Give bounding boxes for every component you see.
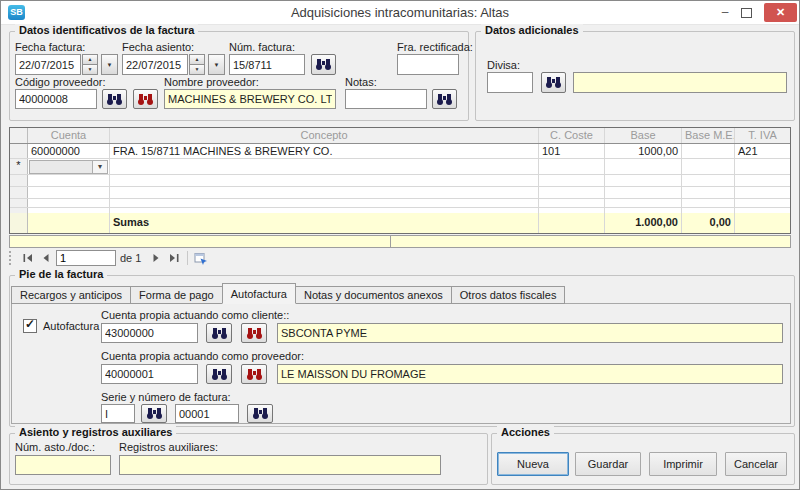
cuenta-combo[interactable]: ▾ — [29, 160, 108, 174]
cell-ccoste[interactable]: 101 — [539, 144, 605, 158]
cuenta-proveedor-search-button[interactable] — [206, 364, 232, 384]
notas-search-button[interactable] — [432, 89, 457, 109]
tab-autofactura[interactable]: Autofactura — [222, 283, 296, 304]
spin-down-icon[interactable]: ▼ — [82, 65, 98, 75]
cell-base[interactable] — [605, 159, 682, 174]
fra-rectificada-label: Fra. rectificada: — [397, 41, 473, 53]
autofactura-checkbox[interactable]: ✓ — [23, 319, 37, 333]
spin-up-icon[interactable]: ▲ — [189, 54, 205, 65]
divisa-descripcion-field — [573, 72, 787, 93]
spin-down-icon[interactable]: ▼ — [189, 65, 205, 75]
codigo-proveedor-input[interactable] — [15, 89, 97, 109]
num-factura-search-button[interactable] — [311, 54, 336, 75]
cell-cuenta[interactable]: 60000000 — [28, 144, 110, 158]
nombre-proveedor-field — [164, 89, 336, 109]
new-row: * ▾ — [10, 159, 790, 175]
fecha-factura-label: Fecha factura: — [15, 41, 85, 53]
cell-ccoste[interactable] — [539, 159, 605, 174]
cuenta-proveedor-input[interactable] — [101, 364, 198, 384]
last-record-button[interactable] — [165, 250, 183, 266]
divisa-input[interactable] — [487, 72, 533, 93]
grid-scrollbar[interactable] — [9, 235, 791, 248]
registros-auxiliares-field — [119, 455, 441, 475]
fecha-asiento-spinner[interactable]: ▲▼ — [189, 54, 205, 75]
numero-search-button[interactable] — [247, 404, 273, 423]
col-header-tiva: T. IVA — [735, 128, 790, 143]
cell-concepto[interactable] — [110, 159, 539, 174]
fecha-factura-input[interactable] — [15, 54, 81, 75]
new-row-marker: * — [10, 159, 28, 174]
serie-numero-label: Serie y número de factura: — [101, 391, 231, 403]
tab-otros-datos-fiscales[interactable]: Otros datos fiscales — [451, 286, 566, 304]
last-record-icon — [169, 253, 180, 263]
codigo-proveedor-search-button[interactable] — [102, 89, 127, 109]
autofactura-checkbox-label: Autofactura — [43, 320, 99, 332]
spin-up-icon[interactable]: ▲ — [82, 54, 98, 65]
empty-row — [10, 199, 790, 208]
numero-factura-input[interactable] — [175, 404, 239, 423]
record-number-input[interactable] — [56, 250, 116, 266]
cell-baseme[interactable] — [682, 144, 735, 158]
invoice-lines-grid: Cuenta Concepto C. Coste Base Base M.E. … — [9, 127, 791, 234]
cuenta-cliente-label: Cuenta propia actuando como cliente:: — [101, 309, 289, 321]
nueva-button[interactable]: Nueva — [497, 452, 569, 476]
scrollbar-divider — [390, 236, 391, 247]
minimize-icon: – — [722, 5, 729, 19]
fecha-factura-calendar-button[interactable]: ▼ — [101, 54, 118, 75]
num-factura-input[interactable] — [229, 54, 305, 75]
close-icon: ✕ — [776, 6, 785, 18]
cuenta-cliente-input[interactable] — [101, 323, 198, 343]
binoculars-search-icon — [147, 408, 162, 419]
fecha-asiento-input[interactable] — [122, 54, 188, 75]
binoculars-search-icon — [437, 94, 452, 105]
cancelar-button[interactable]: Cancelar — [725, 452, 787, 476]
dialog-window: SB Adquisiciones intracomunitarias: Alta… — [0, 0, 800, 490]
fecha-asiento-label: Fecha asiento: — [122, 41, 194, 53]
cell-baseme[interactable] — [682, 159, 735, 174]
minimize-button[interactable]: – — [715, 4, 735, 21]
imprimir-button[interactable]: Imprimir — [649, 452, 717, 476]
next-record-button[interactable] — [147, 250, 165, 266]
cell-base[interactable]: 1000,00 — [605, 144, 682, 158]
divisa-label: Divisa: — [487, 59, 520, 71]
tab-recargos-anticipos[interactable]: Recargos y anticipos — [11, 286, 131, 304]
cell-concepto[interactable]: FRA. 15/8711 MACHINES & BREWERY CO. — [110, 144, 539, 158]
binoculars-search-icon — [316, 59, 331, 70]
pie-tabs: Recargos y anticipos Forma de pago Autof… — [11, 284, 564, 304]
refresh-grid-button[interactable] — [192, 250, 210, 266]
cuenta-proveedor-nombre-field — [277, 364, 783, 384]
notas-input[interactable] — [345, 89, 427, 109]
empty-row — [10, 175, 790, 187]
drag-handle[interactable] — [9, 251, 14, 265]
tab-notas-documentos-anexos[interactable]: Notas y documentos anexos — [295, 286, 452, 304]
binoculars-red-icon — [247, 328, 262, 339]
fecha-factura-spinner[interactable]: ▲▼ — [82, 54, 98, 75]
refresh-grid-icon — [194, 252, 208, 265]
chevron-down-icon[interactable]: ▾ — [92, 161, 107, 173]
codigo-proveedor-edit-button[interactable] — [133, 89, 158, 109]
binoculars-red-icon — [247, 369, 262, 380]
serie-search-button[interactable] — [141, 404, 167, 423]
cell-tiva[interactable]: A21 — [735, 144, 790, 158]
divisa-search-button[interactable] — [541, 72, 566, 93]
previous-record-button[interactable] — [36, 250, 54, 266]
col-header-concepto: Concepto — [110, 128, 539, 143]
col-header-cuenta: Cuenta — [28, 128, 110, 143]
window-title: Adquisiciones intracomunitarias: Altas — [1, 5, 799, 20]
cell-cuenta-editor: ▾ — [28, 159, 110, 174]
cuenta-cliente-search-button[interactable] — [206, 323, 232, 343]
sums-baseme: 0,00 — [682, 213, 735, 233]
fra-rectificada-input[interactable] — [397, 54, 459, 75]
tab-forma-pago[interactable]: Forma de pago — [130, 286, 223, 304]
close-button[interactable]: ✕ — [764, 3, 797, 22]
cuenta-cliente-edit-button[interactable] — [241, 323, 267, 343]
serie-input[interactable] — [101, 404, 135, 423]
first-record-button[interactable] — [18, 250, 36, 266]
cuenta-proveedor-edit-button[interactable] — [241, 364, 267, 384]
maximize-button[interactable] — [736, 4, 756, 21]
cell-tiva[interactable] — [735, 159, 790, 174]
next-record-icon — [151, 253, 162, 263]
guardar-button[interactable]: Guardar — [575, 452, 641, 476]
fecha-asiento-calendar-button[interactable]: ▼ — [208, 54, 225, 75]
binoculars-search-icon — [546, 77, 561, 88]
